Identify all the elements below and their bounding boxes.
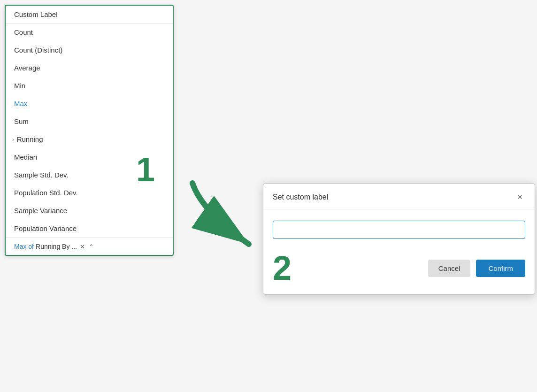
dropdown-item-count[interactable]: Count bbox=[6, 23, 173, 41]
dropdown-item-label: Median bbox=[14, 153, 37, 161]
chevron-right-icon: › bbox=[12, 137, 14, 142]
dropdown-item-sum[interactable]: Sum bbox=[6, 113, 173, 131]
dropdown-item-custom-label[interactable]: Custom Label bbox=[6, 6, 173, 23]
dropdown-item-label: Custom Label bbox=[14, 10, 58, 18]
dropdown-item-label: Sample Variance bbox=[14, 207, 67, 215]
dropdown-item-label: Count (Distinct) bbox=[14, 46, 62, 54]
dialog-header: Set custom label × bbox=[263, 184, 535, 209]
dropdown-item-count-distinct[interactable]: Count (Distinct) bbox=[6, 41, 173, 59]
dropdown-item-label: Sample Std. Dev. bbox=[14, 171, 69, 179]
custom-label-dialog: Set custom label × 2 Cancel Confirm bbox=[263, 183, 535, 295]
custom-label-input[interactable] bbox=[273, 221, 525, 239]
step-number-1: 1 bbox=[136, 150, 155, 189]
dialog-footer: 2 Cancel Confirm bbox=[263, 246, 535, 294]
cancel-button[interactable]: Cancel bbox=[428, 260, 471, 277]
step-number-2: 2 bbox=[273, 251, 292, 285]
dropdown-item-max[interactable]: Max bbox=[6, 95, 173, 113]
dropdown-footer: Max of Running By ... ✕ ⌃ bbox=[6, 238, 173, 255]
footer-normal-text: Running By ... bbox=[36, 243, 77, 250]
dropdown-item-label: Count bbox=[14, 28, 33, 36]
dropdown-item-average[interactable]: Average bbox=[6, 59, 173, 77]
dropdown-item-min[interactable]: Min bbox=[6, 77, 173, 95]
dropdown-item-label: Running bbox=[17, 135, 43, 143]
dropdown-item-label: Sum bbox=[14, 117, 29, 125]
dialog-close-button[interactable]: × bbox=[514, 192, 525, 202]
dialog-buttons: Cancel Confirm bbox=[428, 260, 525, 277]
dropdown-item-running[interactable]: › Running bbox=[6, 131, 173, 148]
dropdown-item-label: Population Variance bbox=[14, 224, 77, 232]
footer-blue-text: Max of bbox=[14, 243, 34, 250]
dialog-title: Set custom label bbox=[273, 193, 328, 201]
dropdown-item-label: Average bbox=[14, 64, 40, 72]
dropdown-item-label: Max bbox=[14, 100, 27, 108]
dropdown-menu: Custom Label Count Count (Distinct) Aver… bbox=[5, 5, 174, 256]
chevron-up-icon[interactable]: ⌃ bbox=[89, 243, 94, 250]
dropdown-item-population-variance[interactable]: Population Variance bbox=[6, 220, 173, 238]
dropdown-item-sample-variance[interactable]: Sample Variance bbox=[6, 202, 173, 220]
dialog-body bbox=[263, 209, 535, 246]
dropdown-item-label: Population Std. Dev. bbox=[14, 189, 78, 197]
confirm-button[interactable]: Confirm bbox=[476, 260, 525, 277]
dropdown-item-label: Min bbox=[14, 82, 25, 90]
footer-close-icon[interactable]: ✕ bbox=[80, 243, 85, 250]
